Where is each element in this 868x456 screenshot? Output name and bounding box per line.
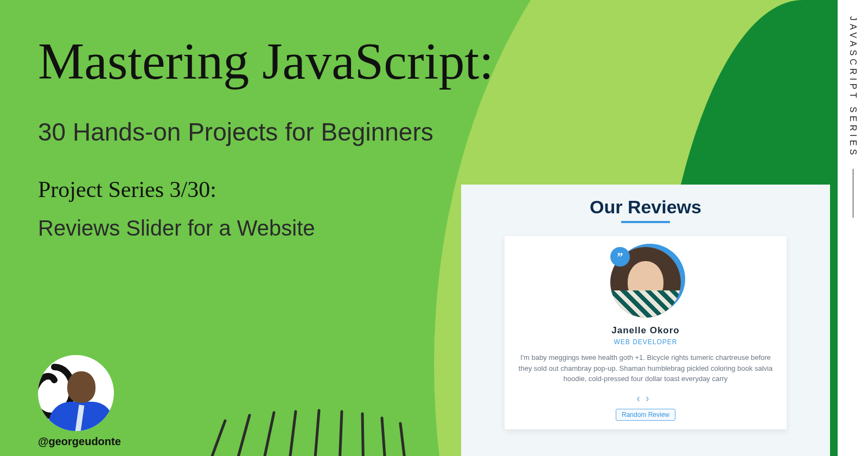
preview-heading: Our Reviews [476,197,815,218]
author-handle: @georgeudonte [38,435,121,448]
right-sidebar: JAVASCRIPT SERIES [838,0,868,456]
review-avatar-wrap: ” [610,247,681,318]
random-review-button[interactable]: Random Review [616,409,675,421]
vertical-series-label: JAVASCRIPT SERIES [848,16,858,158]
reviewer-name: Janelle Okoro [518,325,774,336]
page-subtitle: 30 Hands-on Projects for Beginners [38,117,580,147]
author-avatar [38,355,114,431]
next-icon[interactable]: › [646,392,655,404]
review-card: ” Janelle Okoro WEB DEVELOPER I'm baby m… [505,236,787,429]
preview-title-text: Our Reviews [590,197,701,217]
scribble-decoration-icon [184,369,456,456]
reviews-preview-panel: Our Reviews ” Janelle Okoro WEB DEVELOPE… [461,185,830,456]
preview-underline [621,221,670,223]
author-block: @georgeudonte [38,355,121,448]
prev-icon[interactable]: ‹ [636,392,646,404]
quote-icon: ” [610,247,630,267]
reviewer-role: WEB DEVELOPER [518,338,774,346]
review-text: I'm baby meggings twee health goth +1. B… [518,352,774,384]
page-title: Mastering JavaScript: [38,33,580,90]
review-nav: ‹› [518,392,774,404]
vertical-divider [853,169,853,218]
